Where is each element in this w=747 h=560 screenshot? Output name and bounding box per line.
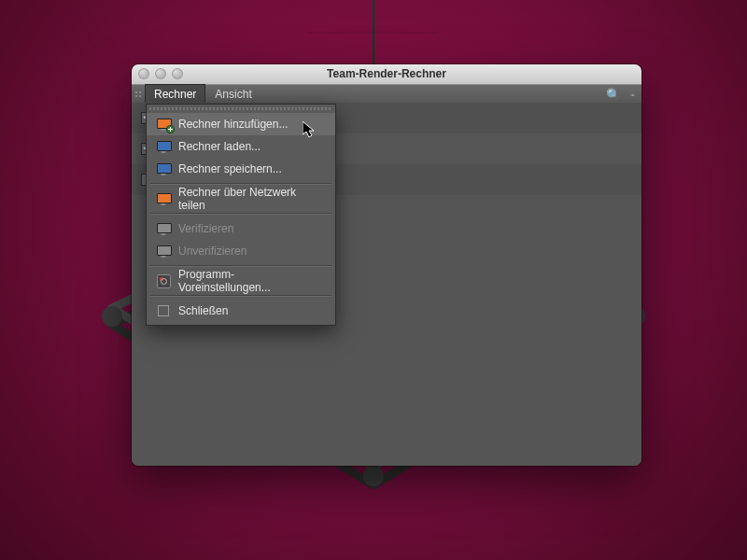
monitor-gray-icon <box>156 222 171 235</box>
svg-point-4 <box>363 466 384 486</box>
menu-rechner[interactable]: Rechner <box>145 84 205 104</box>
menu-separator <box>150 265 331 267</box>
monitor-gray-icon <box>156 245 171 258</box>
menu-item-label: Rechner laden... <box>178 140 261 153</box>
square-icon <box>156 304 171 317</box>
monitor-load-icon <box>156 140 171 153</box>
menu-item-label: Unverifizieren <box>178 245 247 258</box>
close-light[interactable] <box>138 68 149 79</box>
menu-separator <box>150 213 331 215</box>
menubar-grip-icon[interactable] <box>132 85 145 104</box>
minimize-light[interactable] <box>155 68 166 79</box>
rechner-dropdown: Rechner hinzufügen... Rechner laden... R… <box>146 104 336 326</box>
window-title: Team-Render-Rechner <box>327 67 446 80</box>
menu-item-unverify: Unverifizieren <box>147 240 335 262</box>
menu-item-label: Rechner über Netzwerk teilen <box>178 186 326 212</box>
preferences-icon <box>156 274 171 287</box>
menu-item-save-machines[interactable]: Rechner speichern... <box>147 158 335 180</box>
menu-item-label: Rechner speichern... <box>178 162 282 175</box>
menu-item-label: Programm-Voreinstellungen... <box>178 268 326 294</box>
menu-item-label: Schließen <box>178 304 228 317</box>
traffic-lights <box>138 68 183 79</box>
menu-item-label: Verifizieren <box>178 222 233 235</box>
monitor-save-icon <box>156 162 171 175</box>
zoom-light[interactable] <box>172 68 183 79</box>
menu-item-verify: Verifizieren <box>147 217 335 240</box>
options-icon[interactable]: ◦◦ <box>630 90 633 100</box>
menu-item-load-machines[interactable]: Rechner laden... <box>147 135 335 158</box>
window-titlebar[interactable]: Team-Render-Rechner <box>132 64 641 85</box>
menu-item-add-machine[interactable]: Rechner hinzufügen... <box>147 113 335 135</box>
menu-item-close[interactable]: Schließen <box>147 300 335 322</box>
menu-item-preferences[interactable]: Programm-Voreinstellungen... <box>147 270 335 292</box>
menu-item-label: Rechner hinzufügen... <box>178 118 288 131</box>
monitor-network-icon <box>156 192 171 205</box>
search-icon[interactable]: 🔍 <box>606 88 621 102</box>
menu-item-share-network[interactable]: Rechner über Netzwerk teilen <box>147 188 335 210</box>
menubar: Rechner Ansicht 🔍 ◦◦ <box>132 85 641 105</box>
menu-ansicht[interactable]: Ansicht <box>205 85 261 104</box>
menu-separator <box>150 183 331 185</box>
menu-separator <box>150 295 331 297</box>
svg-point-2 <box>102 306 122 327</box>
monitor-add-icon <box>156 118 171 131</box>
